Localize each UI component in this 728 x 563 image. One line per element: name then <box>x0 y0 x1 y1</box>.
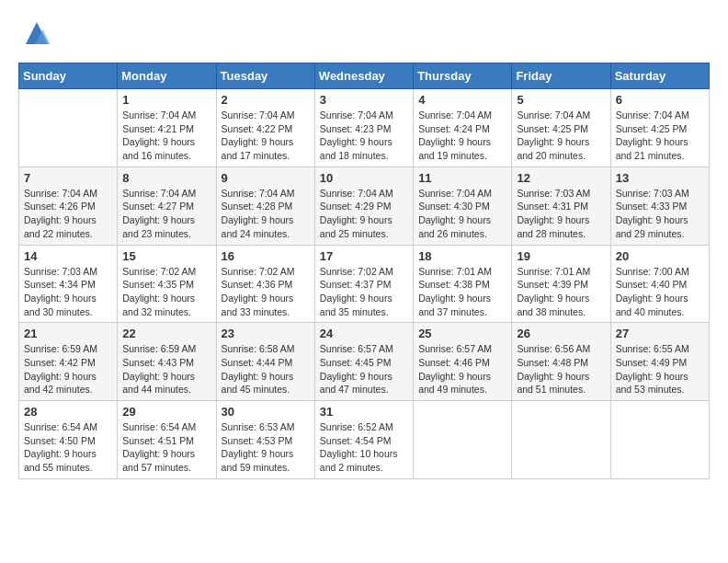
calendar-cell: 21Sunrise: 6:59 AMSunset: 4:42 PMDayligh… <box>19 323 118 401</box>
day-info: Sunrise: 7:04 AMSunset: 4:25 PMDaylight:… <box>616 109 704 163</box>
day-number: 19 <box>517 249 605 263</box>
day-info: Sunrise: 7:04 AMSunset: 4:28 PMDaylight:… <box>222 187 310 241</box>
calendar-cell: 15Sunrise: 7:02 AMSunset: 4:35 PMDayligh… <box>118 245 216 323</box>
calendar-cell: 23Sunrise: 6:58 AMSunset: 4:44 PMDayligh… <box>216 323 314 401</box>
day-info: Sunrise: 7:03 AMSunset: 4:33 PMDaylight:… <box>616 187 704 241</box>
calendar-cell: 24Sunrise: 6:57 AMSunset: 4:45 PMDayligh… <box>314 323 413 401</box>
day-number: 17 <box>320 249 408 263</box>
calendar-cell: 30Sunrise: 6:53 AMSunset: 4:53 PMDayligh… <box>216 401 314 479</box>
day-number: 27 <box>616 327 704 340</box>
calendar-table: SundayMondayTuesdayWednesdayThursdayFrid… <box>18 63 710 479</box>
weekday-header-wednesday: Wednesday <box>314 63 413 89</box>
day-info: Sunrise: 7:02 AMSunset: 4:37 PMDaylight:… <box>320 265 408 319</box>
calendar-cell: 17Sunrise: 7:02 AMSunset: 4:37 PMDayligh… <box>314 245 413 323</box>
day-info: Sunrise: 6:57 AMSunset: 4:46 PMDaylight:… <box>418 342 506 396</box>
day-info: Sunrise: 7:00 AMSunset: 4:40 PMDaylight:… <box>616 265 704 319</box>
weekday-header-row: SundayMondayTuesdayWednesdayThursdayFrid… <box>19 63 710 89</box>
day-number: 6 <box>616 93 704 107</box>
logo-icon <box>22 18 51 48</box>
calendar-cell <box>610 401 709 479</box>
day-number: 15 <box>122 249 210 263</box>
day-info: Sunrise: 6:59 AMSunset: 4:43 PMDaylight:… <box>122 342 210 396</box>
day-number: 7 <box>24 171 112 185</box>
day-number: 18 <box>418 249 506 263</box>
weekday-header-saturday: Saturday <box>610 63 709 89</box>
calendar-cell: 1Sunrise: 7:04 AMSunset: 4:21 PMDaylight… <box>118 89 216 167</box>
calendar-cell: 13Sunrise: 7:03 AMSunset: 4:33 PMDayligh… <box>610 167 709 245</box>
day-info: Sunrise: 7:04 AMSunset: 4:27 PMDaylight:… <box>122 187 210 241</box>
day-number: 4 <box>418 93 506 107</box>
day-info: Sunrise: 6:59 AMSunset: 4:42 PMDaylight:… <box>24 342 112 396</box>
weekday-header-tuesday: Tuesday <box>216 63 314 89</box>
day-number: 21 <box>24 327 112 340</box>
calendar-cell <box>19 89 118 167</box>
day-info: Sunrise: 7:03 AMSunset: 4:31 PMDaylight:… <box>517 187 605 241</box>
day-info: Sunrise: 6:58 AMSunset: 4:44 PMDaylight:… <box>222 342 310 396</box>
calendar-cell: 11Sunrise: 7:04 AMSunset: 4:30 PMDayligh… <box>414 167 512 245</box>
day-info: Sunrise: 7:04 AMSunset: 4:26 PMDaylight:… <box>24 187 112 241</box>
calendar-cell: 7Sunrise: 7:04 AMSunset: 4:26 PMDaylight… <box>19 167 118 245</box>
calendar-cell: 28Sunrise: 6:54 AMSunset: 4:50 PMDayligh… <box>19 401 118 479</box>
calendar-cell: 5Sunrise: 7:04 AMSunset: 4:25 PMDaylight… <box>512 89 610 167</box>
day-number: 5 <box>517 93 605 107</box>
calendar-cell: 20Sunrise: 7:00 AMSunset: 4:40 PMDayligh… <box>610 245 709 323</box>
day-number: 11 <box>418 171 506 185</box>
logo <box>18 18 51 48</box>
day-info: Sunrise: 6:53 AMSunset: 4:53 PMDaylight:… <box>222 420 310 475</box>
calendar-cell: 22Sunrise: 6:59 AMSunset: 4:43 PMDayligh… <box>118 323 216 401</box>
calendar-cell: 4Sunrise: 7:04 AMSunset: 4:24 PMDaylight… <box>414 89 512 167</box>
week-row-3: 14Sunrise: 7:03 AMSunset: 4:34 PMDayligh… <box>19 245 710 323</box>
calendar-cell: 29Sunrise: 6:54 AMSunset: 4:51 PMDayligh… <box>118 401 216 479</box>
calendar-cell: 8Sunrise: 7:04 AMSunset: 4:27 PMDaylight… <box>118 167 216 245</box>
day-number: 25 <box>418 327 506 340</box>
weekday-header-friday: Friday <box>512 63 610 89</box>
day-number: 23 <box>222 327 310 340</box>
day-info: Sunrise: 7:02 AMSunset: 4:36 PMDaylight:… <box>222 265 310 319</box>
calendar-cell <box>512 401 610 479</box>
calendar-cell: 25Sunrise: 6:57 AMSunset: 4:46 PMDayligh… <box>414 323 512 401</box>
day-info: Sunrise: 6:54 AMSunset: 4:51 PMDaylight:… <box>122 420 210 475</box>
day-number: 20 <box>616 249 704 263</box>
day-info: Sunrise: 6:54 AMSunset: 4:50 PMDaylight:… <box>24 420 112 475</box>
week-row-2: 7Sunrise: 7:04 AMSunset: 4:26 PMDaylight… <box>19 167 710 245</box>
day-number: 30 <box>222 405 310 419</box>
calendar-cell: 9Sunrise: 7:04 AMSunset: 4:28 PMDaylight… <box>216 167 314 245</box>
day-info: Sunrise: 7:04 AMSunset: 4:23 PMDaylight:… <box>320 109 408 163</box>
day-number: 31 <box>320 405 408 419</box>
day-info: Sunrise: 7:03 AMSunset: 4:34 PMDaylight:… <box>24 265 112 319</box>
day-info: Sunrise: 7:04 AMSunset: 4:29 PMDaylight:… <box>320 187 408 241</box>
day-number: 28 <box>24 405 112 419</box>
day-info: Sunrise: 6:56 AMSunset: 4:48 PMDaylight:… <box>517 342 605 396</box>
calendar-cell: 14Sunrise: 7:03 AMSunset: 4:34 PMDayligh… <box>19 245 118 323</box>
calendar-cell: 16Sunrise: 7:02 AMSunset: 4:36 PMDayligh… <box>216 245 314 323</box>
calendar-cell: 19Sunrise: 7:01 AMSunset: 4:39 PMDayligh… <box>512 245 610 323</box>
calendar-cell: 31Sunrise: 6:52 AMSunset: 4:54 PMDayligh… <box>314 401 413 479</box>
day-info: Sunrise: 7:02 AMSunset: 4:35 PMDaylight:… <box>122 265 210 319</box>
week-row-1: 1Sunrise: 7:04 AMSunset: 4:21 PMDaylight… <box>19 89 710 167</box>
calendar-cell: 27Sunrise: 6:55 AMSunset: 4:49 PMDayligh… <box>610 323 709 401</box>
calendar-cell: 10Sunrise: 7:04 AMSunset: 4:29 PMDayligh… <box>314 167 413 245</box>
day-number: 14 <box>24 249 112 263</box>
day-info: Sunrise: 6:52 AMSunset: 4:54 PMDaylight:… <box>320 420 408 475</box>
day-info: Sunrise: 7:04 AMSunset: 4:30 PMDaylight:… <box>418 187 506 241</box>
day-number: 2 <box>222 93 310 107</box>
page-header <box>18 18 710 48</box>
day-number: 26 <box>517 327 605 340</box>
day-number: 12 <box>517 171 605 185</box>
calendar-cell: 6Sunrise: 7:04 AMSunset: 4:25 PMDaylight… <box>610 89 709 167</box>
day-info: Sunrise: 7:04 AMSunset: 4:21 PMDaylight:… <box>122 109 210 163</box>
weekday-header-monday: Monday <box>118 63 216 89</box>
weekday-header-sunday: Sunday <box>19 63 118 89</box>
day-info: Sunrise: 7:01 AMSunset: 4:38 PMDaylight:… <box>418 265 506 319</box>
calendar-cell: 12Sunrise: 7:03 AMSunset: 4:31 PMDayligh… <box>512 167 610 245</box>
day-info: Sunrise: 7:04 AMSunset: 4:22 PMDaylight:… <box>222 109 310 163</box>
day-number: 16 <box>222 249 310 263</box>
calendar-cell <box>414 401 512 479</box>
day-info: Sunrise: 7:04 AMSunset: 4:25 PMDaylight:… <box>517 109 605 163</box>
day-number: 10 <box>320 171 408 185</box>
day-number: 29 <box>122 405 210 419</box>
day-number: 22 <box>122 327 210 340</box>
day-number: 9 <box>222 171 310 185</box>
day-number: 13 <box>616 171 704 185</box>
day-info: Sunrise: 7:04 AMSunset: 4:24 PMDaylight:… <box>418 109 506 163</box>
